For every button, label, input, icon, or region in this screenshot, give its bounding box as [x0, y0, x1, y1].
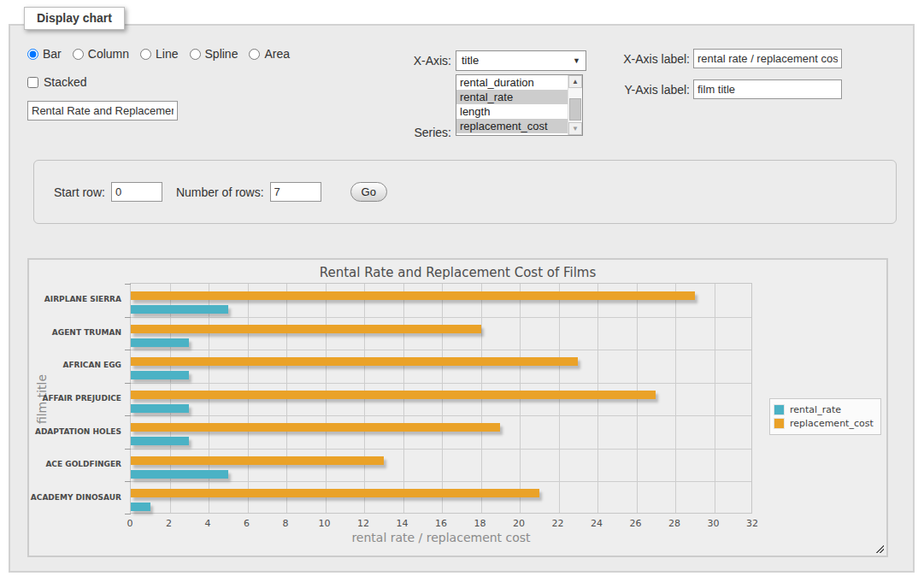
- scrollbar-thumb[interactable]: [569, 98, 581, 121]
- legend-label: rental_rate: [790, 404, 841, 415]
- scroll-up-icon[interactable]: ▲: [568, 75, 582, 88]
- series-listbox[interactable]: rental_durationrental_ratelengthreplacem…: [456, 74, 583, 136]
- bar-rental_rate: [131, 503, 150, 511]
- x-axis-select-value: title: [462, 51, 479, 70]
- y-gridline: [131, 449, 751, 450]
- chart-container: Rental Rate and Replacement Cost of Film…: [27, 258, 888, 557]
- chart-type-bar[interactable]: Bar: [27, 47, 62, 61]
- x-axis-title: rental rate / replacement cost: [130, 531, 752, 544]
- x-tick-label: 2: [166, 518, 172, 529]
- chart-type-line[interactable]: Line: [140, 47, 178, 61]
- chart-type-radios: BarColumnLineSplineArea: [27, 47, 290, 61]
- x-gridline: [675, 284, 676, 513]
- chart-title: Rental Rate and Replacement Cost of Film…: [29, 265, 886, 280]
- bar-replacement_cost: [131, 291, 695, 300]
- row-controls-panel: Start row: Number of rows: Go: [33, 160, 897, 224]
- bar-replacement_cost: [131, 325, 481, 333]
- num-rows-input[interactable]: [270, 182, 321, 202]
- y-tick-mark: [125, 449, 131, 450]
- x-tick-label: 0: [127, 518, 133, 529]
- category-label: AIRPLANE SIERRA: [29, 295, 121, 303]
- legend-label: replacement_cost: [790, 418, 874, 429]
- x-tick-label: 32: [746, 518, 758, 529]
- category-label: AGENT TRUMAN: [29, 328, 121, 337]
- x-tick-label: 24: [591, 518, 603, 529]
- start-row-label: Start row:: [54, 185, 105, 199]
- plot-area: [130, 283, 752, 514]
- bar-rental_rate: [131, 404, 189, 413]
- y-tick-mark: [125, 481, 131, 482]
- display-chart-fieldset: BarColumnLineSplineArea Stacked X-Axis: …: [9, 24, 915, 573]
- category-label: ACE GOLDFINGER: [29, 460, 121, 468]
- x-tick-label: 26: [630, 518, 642, 529]
- fieldset-legend-title: Display chart: [24, 7, 125, 30]
- bar-rental_rate: [131, 371, 189, 379]
- category-label: AFFAIR PREJUDICE: [29, 394, 121, 403]
- series-option-rental_rate[interactable]: rental_rate: [456, 90, 568, 104]
- legend-swatch-icon: [774, 418, 785, 429]
- y-tick-mark: [125, 284, 131, 285]
- y-gridline: [131, 317, 751, 318]
- x-axis-label-input[interactable]: [693, 49, 842, 68]
- x-tick-label: 18: [474, 518, 486, 529]
- x-tick-label: 12: [357, 518, 369, 529]
- y-axis-label-input[interactable]: [693, 79, 842, 99]
- y-tick-mark: [125, 317, 131, 318]
- chart-legend: rental_ratereplacement_cost: [769, 398, 881, 435]
- chart-type-radio-label: Column: [88, 47, 129, 61]
- series-options: rental_durationrental_ratelengthreplacem…: [456, 75, 568, 135]
- category-label: AFRICAN EGG: [29, 361, 121, 369]
- category-label: ACADEMY DINOSAUR: [29, 493, 121, 502]
- series-option-rental_duration[interactable]: rental_duration: [456, 75, 568, 90]
- x-axis-select-label: X-Axis:: [380, 54, 451, 68]
- stacked-checkbox-row: Stacked: [27, 75, 87, 89]
- x-tick-label: 10: [319, 518, 331, 529]
- chart-type-column[interactable]: Column: [73, 47, 129, 61]
- x-tick-label: 14: [397, 518, 409, 529]
- chevron-down-icon: ▼: [573, 51, 580, 70]
- y-gridline: [131, 415, 751, 416]
- bar-replacement_cost: [131, 489, 539, 497]
- x-tick-label: 22: [552, 518, 564, 529]
- y-tick-mark: [125, 350, 131, 350]
- chart-type-radio-area[interactable]: [249, 49, 260, 60]
- series-list-label: Series:: [380, 126, 451, 139]
- chart-type-radio-column[interactable]: [73, 49, 84, 60]
- x-tick-label: 4: [205, 518, 211, 529]
- y-gridline: [131, 383, 751, 384]
- x-axis-label-caption: X-Axis label:: [609, 52, 690, 66]
- bar-replacement_cost: [131, 357, 578, 366]
- chart-type-radio-label: Bar: [43, 47, 62, 61]
- chart-type-radio-bar[interactable]: [27, 49, 38, 60]
- series-scrollbar[interactable]: ▲ ▼: [568, 75, 582, 135]
- bar-rental_rate: [131, 305, 228, 314]
- start-row-input[interactable]: [111, 182, 162, 202]
- chart-type-radio-line[interactable]: [140, 49, 151, 60]
- x-tick-label: 30: [708, 518, 720, 529]
- legend-entry-replacement_cost: replacement_cost: [774, 418, 874, 429]
- resize-handle-icon[interactable]: [874, 544, 884, 553]
- bar-rental_rate: [131, 338, 189, 347]
- x-tick-label: 16: [435, 518, 447, 529]
- y-tick-mark: [125, 514, 131, 514]
- bar-rental_rate: [131, 470, 228, 479]
- y-axis-label-caption: Y-Axis label:: [609, 83, 690, 97]
- series-option-replacement_cost[interactable]: replacement_cost: [456, 119, 568, 133]
- stacked-checkbox[interactable]: [27, 77, 38, 88]
- go-button[interactable]: Go: [350, 182, 387, 202]
- chart-title-input[interactable]: [27, 101, 178, 121]
- scroll-down-icon[interactable]: ▼: [568, 122, 582, 135]
- chart-type-radio-spline[interactable]: [190, 49, 201, 60]
- chart-type-area[interactable]: Area: [249, 47, 290, 61]
- x-tick-label: 20: [513, 518, 525, 529]
- stacked-label: Stacked: [44, 75, 87, 89]
- y-gridline: [131, 481, 751, 482]
- bar-replacement_cost: [131, 391, 656, 399]
- chart-type-radio-label: Area: [264, 47, 290, 61]
- chart-type-spline[interactable]: Spline: [190, 47, 238, 61]
- x-gridline: [715, 284, 715, 513]
- x-tick-label: 6: [244, 518, 250, 529]
- y-tick-mark: [125, 415, 131, 416]
- x-axis-select[interactable]: title ▼: [456, 50, 586, 71]
- series-option-length[interactable]: length: [456, 104, 568, 119]
